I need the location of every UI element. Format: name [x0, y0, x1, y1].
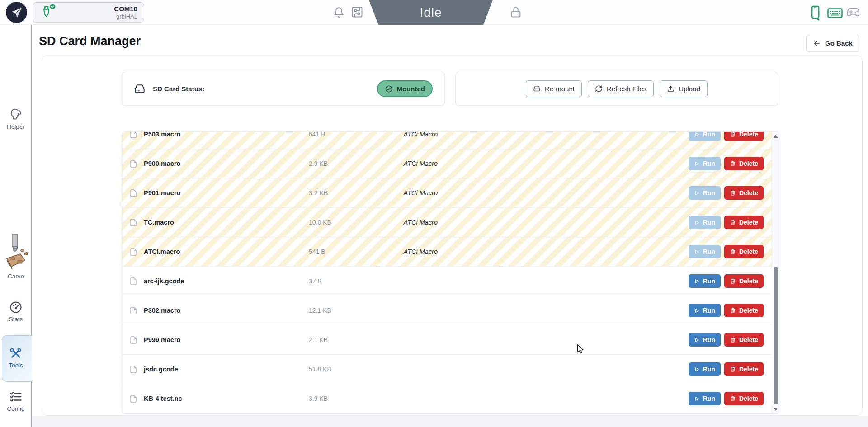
- go-back-label: Go Back: [825, 39, 853, 47]
- file-row: P900.macro 2.9 KB ATCi Macro Run Delete: [122, 149, 772, 178]
- mounted-badge-label: Mounted: [397, 85, 425, 93]
- file-size: 3.9 KB: [309, 395, 381, 402]
- scrollbar[interactable]: [772, 132, 779, 413]
- run-button[interactable]: Run: [689, 274, 721, 288]
- run-label: Run: [703, 277, 715, 285]
- play-icon: [694, 190, 700, 196]
- run-label: Run: [703, 248, 715, 255]
- bottom-strip: [32, 416, 868, 427]
- file-type: ATCi Macro: [381, 189, 438, 197]
- delete-button[interactable]: Delete: [724, 362, 764, 376]
- file-row: P901.macro 3.2 KB ATCi Macro Run Delete: [122, 178, 772, 208]
- top-bar: COM10 grblHAL Idle: [0, 0, 868, 25]
- sidebar-item-tools[interactable]: Tools: [0, 347, 32, 369]
- connection-widget[interactable]: COM10 grblHAL: [33, 2, 144, 23]
- page-title: SD Card Manager: [39, 34, 141, 48]
- delete-button[interactable]: Delete: [724, 245, 764, 258]
- delete-label: Delete: [739, 336, 758, 343]
- run-label: Run: [703, 131, 715, 138]
- delete-label: Delete: [739, 366, 758, 373]
- phone-icon[interactable]: [809, 5, 823, 21]
- arrow-left-icon: [813, 39, 821, 47]
- run-button[interactable]: Run: [689, 392, 721, 405]
- delete-label: Delete: [739, 189, 758, 197]
- upload-label: Upload: [679, 85, 700, 93]
- file-type: ATCi Macro: [381, 160, 438, 167]
- file-row: TC.macro 10.0 KB ATCi Macro Run Delete: [122, 208, 772, 237]
- run-button[interactable]: Run: [689, 333, 721, 347]
- file-icon: [129, 394, 137, 404]
- run-button[interactable]: Run: [689, 216, 721, 229]
- scrollbar-thumb[interactable]: [774, 267, 778, 404]
- run-button[interactable]: Run: [689, 304, 721, 317]
- file-name: P901.macro: [144, 189, 309, 197]
- machine-state-banner: Idle: [369, 0, 493, 25]
- file-icon: [129, 277, 137, 286]
- keyboard-icon[interactable]: [827, 8, 843, 18]
- remount-button[interactable]: Re-mount: [526, 80, 582, 97]
- run-button[interactable]: Run: [689, 186, 721, 200]
- run-button[interactable]: Run: [689, 245, 721, 258]
- file-type: ATCi Macro: [381, 248, 438, 255]
- file-row: P503.macro 641 B ATCi Macro Run Delete: [122, 131, 772, 149]
- bell-icon[interactable]: [333, 7, 344, 18]
- file-size: 2.9 KB: [309, 160, 381, 167]
- delete-label: Delete: [739, 131, 758, 138]
- file-icon: [129, 218, 137, 227]
- file-name: TC.macro: [144, 219, 309, 226]
- sidebar-item-config[interactable]: Config: [0, 390, 32, 412]
- file-name: jsdc.gcode: [144, 366, 309, 373]
- trash-icon: [730, 337, 736, 343]
- delete-button[interactable]: Delete: [724, 131, 764, 141]
- delete-button[interactable]: Delete: [724, 157, 764, 170]
- scroll-down-arrow-icon[interactable]: [774, 408, 778, 411]
- delete-label: Delete: [739, 277, 758, 285]
- gamepad-icon[interactable]: [846, 8, 860, 18]
- delete-button[interactable]: Delete: [724, 274, 764, 288]
- sidebar-item-helper[interactable]: Helper: [0, 107, 32, 130]
- trash-icon: [730, 190, 736, 196]
- check-circle-icon: [385, 85, 393, 93]
- helper-head-icon: [0, 107, 32, 122]
- lock-icon[interactable]: [509, 6, 522, 19]
- run-button[interactable]: Run: [689, 157, 721, 170]
- file-name: KB-4 test.nc: [144, 395, 309, 402]
- delete-button[interactable]: Delete: [724, 392, 764, 405]
- circuit-board-icon[interactable]: [351, 6, 363, 19]
- hard-drive-icon: [533, 85, 541, 93]
- sd-actions-card: Re-mount Refresh Files Upload: [455, 72, 778, 106]
- upload-button[interactable]: Upload: [660, 80, 708, 97]
- run-label: Run: [703, 160, 715, 167]
- run-button[interactable]: Run: [689, 131, 721, 141]
- file-size: 12.1 KB: [309, 307, 381, 314]
- sidebar-item-label: Helper: [0, 123, 32, 130]
- delete-button[interactable]: Delete: [724, 333, 764, 347]
- sidebar-item-label: Carve: [0, 273, 32, 280]
- sd-status-card: SD Card Status: Mounted: [122, 72, 445, 106]
- file-icon: [129, 159, 137, 169]
- file-row: P302.macro 12.1 KB Run Delete: [122, 296, 772, 325]
- run-button[interactable]: Run: [689, 362, 721, 376]
- trash-icon: [730, 278, 736, 284]
- file-list-rows: P503.macro 641 B ATCi Macro Run Delete P…: [122, 131, 772, 413]
- scroll-up-arrow-icon[interactable]: [774, 135, 778, 138]
- crossed-tools-icon: [0, 347, 32, 360]
- sidebar-item-stats[interactable]: Stats: [0, 300, 32, 323]
- file-size: 10.0 KB: [309, 219, 381, 226]
- sidebar-item-label: Stats: [0, 316, 32, 323]
- file-type: ATCi Macro: [381, 131, 438, 138]
- play-icon: [694, 220, 700, 225]
- globe-plane-icon: [10, 6, 24, 19]
- delete-button[interactable]: Delete: [724, 186, 764, 200]
- file-list-card: P503.macro 641 B ATCi Macro Run Delete P…: [122, 131, 779, 414]
- run-label: Run: [703, 189, 715, 197]
- file-icon: [129, 306, 137, 315]
- delete-button[interactable]: Delete: [724, 216, 764, 229]
- trash-icon: [730, 219, 736, 225]
- sidebar-item-carve[interactable]: Carve: [0, 230, 32, 280]
- go-back-button[interactable]: Go Back: [806, 35, 859, 52]
- delete-button[interactable]: Delete: [724, 304, 764, 317]
- file-name: ATCI.macro: [144, 248, 309, 255]
- refresh-files-button[interactable]: Refresh Files: [588, 80, 654, 97]
- run-label: Run: [703, 366, 715, 373]
